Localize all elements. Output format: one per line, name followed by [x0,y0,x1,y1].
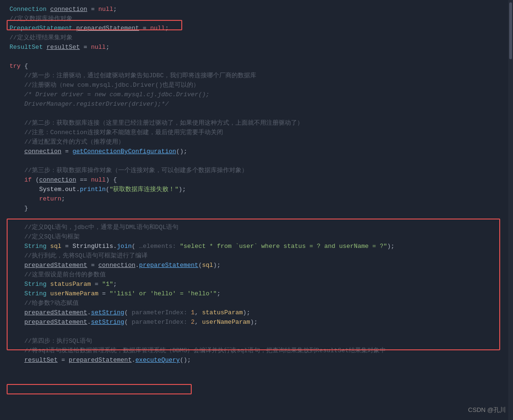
code-line: PreparedStatement preparedStatement = nu… [0,24,513,33]
code-line: //定义处理结果集对象 [0,33,513,43]
code-line: //将sql语句发送给数据管理系统，数据库管理系统（DBMS）会编译并执行该sq… [0,346,513,356]
code-line: //定义DQL语句，jdbc中，通常是与DML语句和DQL语句 [0,223,513,232]
code-line: preparedStatement.setString( parameterIn… [0,318,513,327]
code-line: //这里假设是前台传的参数值 [0,270,513,280]
code-line: //给参数?动态赋值 [0,299,513,308]
code-line: String statusParam = "1"; [0,280,513,289]
code-line: //注册驱动（new com.mysql.jdbc.Driver()也是可以的） [0,81,513,90]
code-line: //注意：Connection连接对象不能随意创建，最后使用完需要手动关闭 [0,128,513,137]
code-line: String sql = StringUtils.join( …elements… [0,242,513,251]
code-line: } [0,204,513,213]
code-line: connection = getConnectionByConfiguratio… [0,147,513,156]
code-line [0,213,513,223]
code-line: if (connection == null) { [0,175,513,185]
code-line: //定义数据库操作对象 [0,14,513,24]
code-line: /* Driver driver = new com.mysql.cj.jdbc… [0,90,513,100]
code-line: System.out.println("获取数据库连接失败！"); [0,185,513,194]
code-line: try { [0,62,513,71]
code-line: return; [0,194,513,204]
code-line: //第四步：执行SQL语句 [0,337,513,346]
code-line [0,52,513,62]
code-line: preparedStatement.setString( parameterIn… [0,308,513,318]
code-line: ResultSet resultSet = null; [0,43,513,52]
code-line: //第一步：注册驱动，通过创建驱动对象告知JDBC，我们即将连接哪个厂商的数据库 [0,71,513,81]
code-line: //通过配置文件的方式（推荐使用） [0,137,513,147]
code-line [0,109,513,119]
code-line: Connection connection = null; [0,5,513,14]
scrollbar-thumb[interactable] [509,2,512,59]
code-line: resultSet = preparedStatement.executeQue… [0,356,513,365]
code-line: preparedStatement = connection.prepareSt… [0,261,513,270]
code-editor: Connection connection = null;//定义数据库操作对象… [0,0,513,420]
code-line: //第二步：获取数据库连接（这里里已经注册过驱动了，如果使用这种方式，上面就不用… [0,119,513,128]
code-line: //执行到此，先将SQL语句可框架进行了编译 [0,251,513,261]
code-line: String userNameParam = "'lisi' or 'hello… [0,289,513,299]
highlight-box-3 [7,384,192,394]
code-line: //定义SQL语句框架 [0,232,513,242]
code-line [0,156,513,166]
code-line: DriverManager.registerDriver(driver);*/ [0,100,513,109]
code-line [0,327,513,337]
code-line: //第三步：获取数据库操作对象（一个连接对象，可以创建多个数据库操作对象） [0,166,513,175]
watermark: CSDN @孔川 [468,406,506,414]
scrollbar[interactable] [508,0,513,420]
